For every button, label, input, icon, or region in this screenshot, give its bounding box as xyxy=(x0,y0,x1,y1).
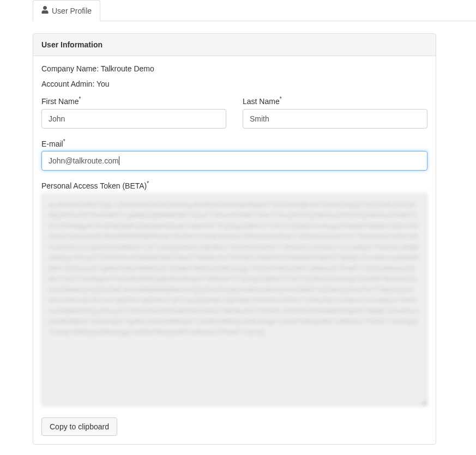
company-name-label: Company Name: xyxy=(41,64,101,73)
last-name-label: Last Name* xyxy=(243,96,427,106)
company-name-line: Company Name: Talkroute Demo xyxy=(41,64,427,73)
required-mark: * xyxy=(79,96,81,102)
tab-label: User Profile xyxy=(52,7,92,15)
tab-user-profile[interactable]: User Profile xyxy=(33,0,100,21)
first-name-field[interactable] xyxy=(41,109,226,129)
email-value: John@talkroute.com xyxy=(49,156,119,165)
token-textarea[interactable] xyxy=(41,193,427,406)
account-admin-value: You xyxy=(97,80,110,88)
user-icon xyxy=(41,6,49,15)
email-label: E-mail* xyxy=(41,138,427,148)
panel-title: User Information xyxy=(33,34,436,56)
last-name-field[interactable] xyxy=(243,109,427,129)
first-name-label: First Name* xyxy=(41,96,226,106)
account-admin-label: Account Admin: xyxy=(41,80,97,88)
user-info-panel: User Information Company Name: Talkroute… xyxy=(33,33,436,445)
copy-to-clipboard-button[interactable]: Copy to clipboard xyxy=(41,417,117,436)
token-label: Personal Access Token (BETA)* xyxy=(41,180,427,190)
required-mark: * xyxy=(147,180,149,186)
required-mark: * xyxy=(280,96,282,102)
text-cursor xyxy=(119,156,119,165)
email-field[interactable]: John@talkroute.com xyxy=(41,151,427,171)
tabs-bar: User Profile xyxy=(33,0,476,21)
account-admin-line: Account Admin: You xyxy=(41,80,427,88)
required-mark: * xyxy=(63,138,65,144)
company-name-value: Talkroute Demo xyxy=(101,64,154,73)
